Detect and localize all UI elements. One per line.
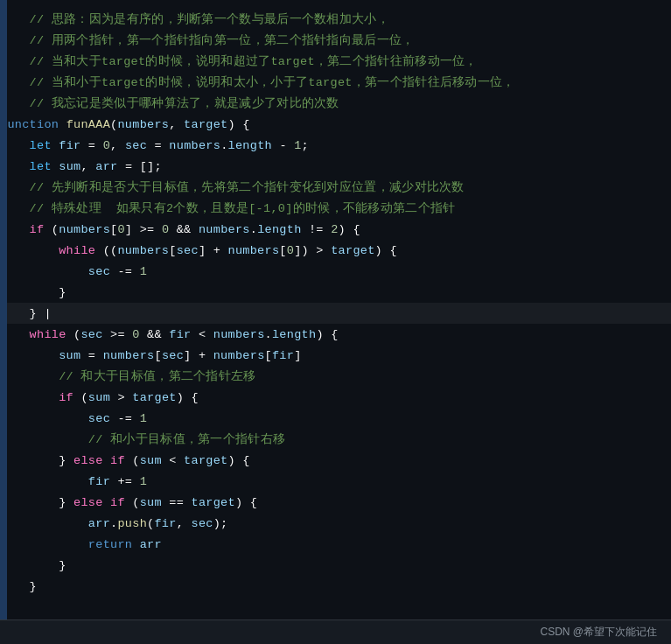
line-10-content: // 特殊处理 如果只有2个数，且数是[-1,0]的时候，不能移动第二个指针: [0, 200, 662, 216]
code-line-5: // 我忘记是类似于哪种算法了，就是减少了对比的次数: [0, 93, 671, 114]
code-line-26: return arr: [0, 534, 671, 555]
line-15-content: } |: [0, 307, 662, 320]
code-area: // 思路：因为是有序的，判断第一个数与最后一个数相加大小， // 用两个指针，…: [0, 0, 671, 620]
code-line-29: }: [0, 597, 671, 618]
line-20-content: sec -= 1: [0, 412, 662, 425]
line-29-content: }: [0, 601, 662, 614]
code-line-2: // 用两个指针，第一个指针指向第一位，第二个指针指向最后一位，: [0, 30, 671, 51]
code-line-28: }: [0, 576, 671, 597]
code-line-16: while (sec >= 0 && fir < numbers.length)…: [0, 324, 671, 345]
line-23-content: fir += 1: [0, 475, 662, 488]
code-line-19: if (sum > target) {: [0, 387, 671, 408]
line-25-content: arr.push(fir, sec);: [0, 517, 662, 530]
bottom-bar-text: CSDN @希望下次能记住: [540, 625, 657, 640]
line-12-content: while ((numbers[sec] + numbers[0]) > tar…: [0, 244, 662, 257]
line-27-content: }: [0, 559, 662, 572]
line-2-content: // 用两个指针，第一个指针指向第一位，第二个指针指向最后一位，: [0, 32, 662, 48]
code-line-4: // 当和小于target的时候，说明和太小，小于了target，第一个指针往后…: [0, 72, 671, 93]
code-line-6: function funAAA(numbers, target) {: [0, 114, 671, 135]
line-16-content: while (sec >= 0 && fir < numbers.length)…: [0, 328, 662, 341]
line-19-content: if (sum > target) {: [0, 391, 662, 404]
code-line-3: // 当和大于target的时候，说明和超过了target，第二个指针往前移动一…: [0, 51, 671, 72]
code-line-27: }: [0, 555, 671, 576]
code-line-11: if (numbers[0] >= 0 && numbers.length !=…: [0, 219, 671, 240]
code-line-14: }: [0, 282, 671, 303]
code-line-17: sum = numbers[sec] + numbers[fir]: [0, 345, 671, 366]
bottom-bar: CSDN @希望下次能记住: [0, 620, 671, 644]
left-gutter: [0, 0, 7, 620]
line-8-content: let sum, arr = [];: [0, 160, 662, 173]
code-line-18: // 和大于目标值，第二个指针左移: [0, 366, 671, 387]
code-line-15: } |: [0, 303, 671, 324]
code-line-12: while ((numbers[sec] + numbers[0]) > tar…: [0, 240, 671, 261]
line-9-content: // 先判断和是否大于目标值，先将第二个指针变化到对应位置，减少对比次数: [0, 179, 662, 195]
code-line-13: sec -= 1: [0, 261, 671, 282]
code-line-9: // 先判断和是否大于目标值，先将第二个指针变化到对应位置，减少对比次数: [0, 177, 671, 198]
code-line-25: arr.push(fir, sec);: [0, 513, 671, 534]
line-21-content: // 和小于目标值，第一个指针右移: [0, 431, 662, 447]
code-line-10: // 特殊处理 如果只有2个数，且数是[-1,0]的时候，不能移动第二个指针: [0, 198, 671, 219]
code-line-7: let fir = 0, sec = numbers.length - 1;: [0, 135, 671, 156]
line-1-content: // 思路：因为是有序的，判断第一个数与最后一个数相加大小，: [0, 11, 662, 27]
line-17-content: sum = numbers[sec] + numbers[fir]: [0, 349, 662, 362]
code-line-24: } else if (sum == target) {: [0, 492, 671, 513]
line-13-content: sec -= 1: [0, 265, 662, 278]
code-editor: // 思路：因为是有序的，判断第一个数与最后一个数相加大小， // 用两个指针，…: [0, 0, 671, 644]
code-line-22: } else if (sum < target) {: [0, 450, 671, 471]
line-4-content: // 当和小于target的时候，说明和太小，小于了target，第一个指针往后…: [0, 74, 662, 90]
line-3-content: // 当和大于target的时候，说明和超过了target，第二个指针往前移动一…: [0, 53, 662, 69]
code-line-8: let sum, arr = [];: [0, 156, 671, 177]
line-7-content: let fir = 0, sec = numbers.length - 1;: [0, 139, 662, 152]
line-5-content: // 我忘记是类似于哪种算法了，就是减少了对比的次数: [0, 95, 662, 111]
code-line-21: // 和小于目标值，第一个指针右移: [0, 429, 671, 450]
line-24-content: } else if (sum == target) {: [0, 496, 662, 509]
code-line-20: sec -= 1: [0, 408, 671, 429]
line-11-content: if (numbers[0] >= 0 && numbers.length !=…: [0, 223, 662, 236]
line-26-content: return arr: [0, 538, 662, 551]
code-line-1: // 思路：因为是有序的，判断第一个数与最后一个数相加大小，: [0, 9, 671, 30]
line-22-content: } else if (sum < target) {: [0, 454, 662, 467]
line-18-content: // 和大于目标值，第二个指针左移: [0, 368, 662, 384]
line-28-content: }: [0, 580, 662, 593]
code-line-23: fir += 1: [0, 471, 671, 492]
line-6-content: function funAAA(numbers, target) {: [0, 118, 662, 131]
line-14-content: }: [0, 286, 662, 299]
